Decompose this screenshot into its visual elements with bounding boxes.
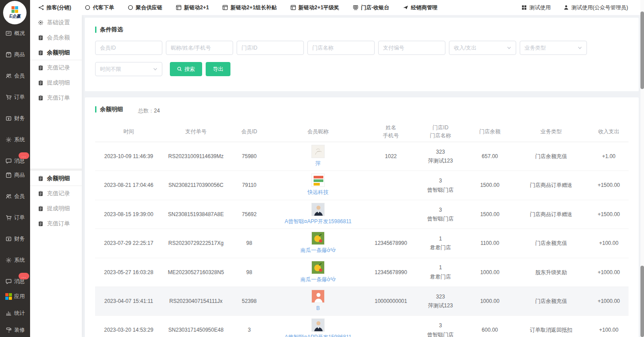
topbar-nav-item[interactable]: 新链动2+1组长补贴 — [222, 4, 276, 12]
member-nickname-link[interactable]: 萍 — [315, 159, 321, 168]
submenu-item-充值记录[interactable]: 充值记录 — [30, 60, 82, 75]
sidebar-item-finance[interactable]: 财务 — [0, 228, 30, 249]
submenu-item-label: 充值订单 — [47, 220, 70, 228]
cell-amount: +1500.00 — [589, 181, 629, 190]
topbar-nav-item[interactable]: 代客下单 — [84, 4, 114, 12]
submenu-item-提成明细[interactable]: 提成明细 — [30, 75, 82, 90]
system-icon — [5, 257, 12, 263]
submenu-item-label: 余额明细 — [47, 174, 70, 182]
sidebar-item-member[interactable]: 会员 — [0, 65, 30, 86]
sidebar-item-label: 财务 — [14, 235, 25, 243]
submenu-item-余额明细[interactable]: 余额明细 — [30, 171, 82, 186]
submenu-item-基础设置[interactable]: 基础设置 — [30, 15, 82, 30]
cell-member-id: 98 — [230, 268, 269, 277]
topbar-nav-item[interactable]: 推客(分销) — [38, 4, 71, 12]
member-avatar — [311, 145, 325, 158]
submenu-item-会员余额[interactable]: 会员余额 — [30, 30, 82, 45]
time-range-select[interactable]: 时间不限 — [95, 62, 162, 76]
topbar-user-label: 测试使用(公众号管理员) — [571, 4, 628, 12]
submenu-item-充值记录[interactable]: 充值记录 — [30, 186, 82, 201]
table-row: 2023-03-20 14:53:29SN2303171450950E483A曾… — [95, 316, 629, 337]
title-accent-bar — [95, 106, 96, 112]
sidebar-item-label: 系统 — [14, 136, 25, 143]
sidebar-item-overview[interactable]: 概况 — [0, 23, 30, 44]
sidebar-item-order[interactable]: 订单 — [0, 86, 30, 108]
sidebar-item-finance[interactable]: 财务 — [0, 108, 30, 129]
table-row: 2023-08-15 19:39:00SN2308151938487A8E756… — [95, 200, 629, 229]
pay-no-input[interactable] — [378, 41, 445, 55]
sidebar-item-paint[interactable]: 装修 — [0, 322, 30, 337]
export-button[interactable]: 导出 — [206, 62, 230, 76]
cell-balance: 600.00 — [466, 325, 513, 334]
stats-icon — [5, 310, 12, 317]
clipboard-icon — [38, 175, 44, 182]
cell-store: 3曾智聪门店 — [414, 205, 466, 224]
column-header-line: 门店ID — [414, 124, 466, 132]
search-button[interactable]: 搜索 — [170, 62, 202, 76]
store-id: 1 — [414, 234, 466, 243]
filter-title: 条件筛选 — [95, 26, 629, 34]
biz-type-select[interactable]: 业务类型 — [520, 41, 587, 55]
member-nickname-link[interactable]: B — [316, 304, 320, 313]
store-id: 1 — [414, 263, 466, 272]
sidebar-item-apps[interactable]: 应用 — [0, 288, 30, 305]
store-id-input[interactable] — [237, 41, 304, 55]
cell-pay-no: RS20231009114639Mz — [162, 152, 230, 161]
nickname-input[interactable] — [166, 41, 233, 55]
clipboard-icon — [38, 205, 44, 212]
scrollbar-thumb[interactable] — [640, 12, 644, 89]
table-row: 2023-10-09 11:46:39RS20231009114639Mz759… — [95, 142, 629, 171]
topbar-nav-item[interactable]: 新链动2+1平级奖 — [290, 4, 339, 12]
member-nickname-link[interactable]: 南瓜一条藤ở³ở — [300, 246, 336, 255]
circle-icon — [127, 4, 134, 11]
store-id: 3 — [414, 176, 466, 185]
topbar-nav-item[interactable]: 聚合供应链 — [127, 4, 162, 12]
member-id-input[interactable] — [95, 41, 162, 55]
sidebar-item-order[interactable]: 订单 — [0, 207, 30, 228]
app-window: 推客(分销)代客下单聚合供应链新链动2+1新链动2+1组长补贴新链动2+1平级奖… — [0, 0, 644, 337]
member-avatar-block: B — [269, 287, 367, 315]
submenu-item-余额明细[interactable]: 余额明细 — [30, 45, 82, 60]
cell-store: 3曾智聪门店 — [414, 321, 466, 337]
income-expense-select[interactable]: 收入/支出 — [449, 41, 516, 55]
scrollbar-thumb[interactable] — [640, 266, 644, 337]
appwin-icon — [176, 4, 182, 11]
member-nickname-link[interactable]: A曾智聪¤APP开发15986811 — [284, 333, 351, 337]
topbar-nav-item[interactable]: 新链动2+1 — [176, 4, 209, 12]
sidebar-item-system[interactable]: 系统 — [0, 249, 30, 271]
cell-biz-type: 门店商品订单赠送 — [513, 210, 589, 219]
sidebar-item-stats[interactable]: 统计 — [0, 305, 30, 322]
sidebar-item-label: 应用 — [14, 293, 25, 300]
member-nickname-link[interactable]: A曾智聪¤APP开发15986811 — [284, 217, 351, 226]
member-nickname-link[interactable]: 南瓜一条藤ở³ở — [300, 275, 336, 284]
column-header-line: 收入支出 — [589, 128, 629, 136]
store-name-input[interactable] — [307, 41, 375, 55]
topbar-nav-label: 门店-收银台 — [361, 4, 389, 12]
submenu-item-充值订单[interactable]: 充值订单 — [30, 90, 82, 105]
topbar-user-item[interactable]: 测试使用(公众号管理员) — [563, 4, 628, 12]
submenu-item-提成明细[interactable]: 提成明细 — [30, 201, 82, 216]
topbar-nav-label: 推客(分销) — [46, 4, 71, 12]
cell-phone: 1022 — [367, 152, 414, 161]
total-count: 总数：24 — [138, 107, 160, 115]
member-avatar — [311, 261, 325, 274]
app-logo[interactable]: E企赢 — [3, 1, 27, 24]
sidebar-item-member[interactable]: 会员 — [0, 186, 30, 207]
sidebar-item-goods[interactable]: 商品 — [0, 164, 30, 186]
cell-amount: +1.00 — [589, 152, 629, 161]
column-header: 门店余额 — [466, 128, 513, 136]
sidebar-item-goods[interactable]: 商品 — [0, 44, 30, 65]
member-avatar-block: 快远科技 — [269, 171, 367, 199]
topbar-user-item[interactable]: 测试使用 — [521, 4, 551, 12]
member-nickname-link[interactable]: 快远科技 — [307, 188, 329, 197]
column-header-line: 姓名 — [367, 124, 414, 132]
topbar-nav-item[interactable]: 经销商管理 — [402, 4, 437, 12]
table-title: 余额明细 — [95, 105, 123, 113]
clipboard-icon — [38, 190, 44, 197]
submenu-item-充值订单[interactable]: 充值订单 — [30, 216, 82, 231]
cell-amount: +100.00 — [589, 325, 629, 334]
sidebar-item-system[interactable]: 系统 — [0, 129, 30, 150]
member-icon — [5, 73, 12, 79]
column-header: 会员ID — [230, 128, 269, 136]
topbar-nav-item[interactable]: 门店-收银台 — [353, 4, 389, 12]
